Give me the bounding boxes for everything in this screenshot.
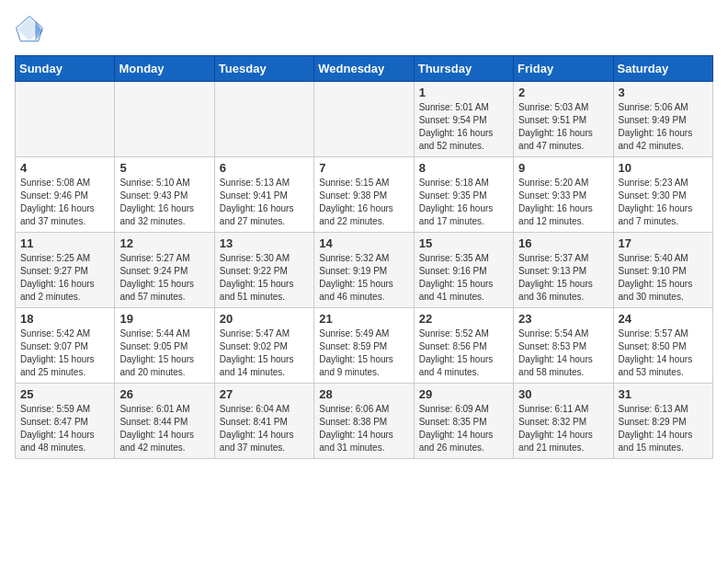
day-info: Sunrise: 5:30 AM Sunset: 9:22 PM Dayligh… xyxy=(220,252,309,304)
header-row: SundayMondayTuesdayWednesdayThursdayFrid… xyxy=(16,56,713,82)
day-number: 19 xyxy=(119,312,209,326)
day-info: Sunrise: 5:49 AM Sunset: 8:59 PM Dayligh… xyxy=(319,327,408,379)
calendar-cell: 29Sunrise: 6:09 AM Sunset: 8:35 PM Dayli… xyxy=(414,384,513,459)
day-info: Sunrise: 5:52 AM Sunset: 8:56 PM Dayligh… xyxy=(419,327,508,379)
day-info: Sunrise: 5:03 AM Sunset: 9:51 PM Dayligh… xyxy=(518,101,608,153)
day-number: 2 xyxy=(518,86,608,99)
header-day: Saturday xyxy=(613,56,712,82)
calendar-cell: 15Sunrise: 5:35 AM Sunset: 9:16 PM Dayli… xyxy=(414,233,513,308)
day-info: Sunrise: 5:18 AM Sunset: 9:35 PM Dayligh… xyxy=(419,177,508,228)
calendar-cell: 6Sunrise: 5:13 AM Sunset: 9:41 PM Daylig… xyxy=(214,157,313,233)
calendar-cell: 28Sunrise: 6:06 AM Sunset: 8:38 PM Dayli… xyxy=(314,384,414,459)
calendar-cell: 24Sunrise: 5:57 AM Sunset: 8:50 PM Dayli… xyxy=(613,308,712,384)
calendar-cell: 7Sunrise: 5:15 AM Sunset: 9:38 PM Daylig… xyxy=(314,157,414,233)
calendar-cell: 4Sunrise: 5:08 AM Sunset: 9:46 PM Daylig… xyxy=(16,157,115,233)
day-info: Sunrise: 5:47 AM Sunset: 9:02 PM Dayligh… xyxy=(220,327,309,379)
calendar-cell xyxy=(115,82,214,157)
day-info: Sunrise: 5:35 AM Sunset: 9:16 PM Dayligh… xyxy=(419,252,508,304)
day-number: 10 xyxy=(619,161,708,175)
day-number: 26 xyxy=(119,387,209,401)
calendar-cell: 22Sunrise: 5:52 AM Sunset: 8:56 PM Dayli… xyxy=(414,308,513,384)
header-day: Wednesday xyxy=(314,56,414,82)
day-number: 14 xyxy=(319,236,408,250)
day-info: Sunrise: 5:54 AM Sunset: 8:53 PM Dayligh… xyxy=(518,327,608,379)
day-info: Sunrise: 5:13 AM Sunset: 9:41 PM Dayligh… xyxy=(220,177,309,228)
calendar-cell: 13Sunrise: 5:30 AM Sunset: 9:22 PM Dayli… xyxy=(214,233,313,308)
header-day: Thursday xyxy=(414,56,513,82)
logo xyxy=(15,15,48,44)
day-number: 1 xyxy=(419,86,508,99)
calendar-cell: 16Sunrise: 5:37 AM Sunset: 9:13 PM Dayli… xyxy=(514,233,613,308)
day-info: Sunrise: 6:04 AM Sunset: 8:41 PM Dayligh… xyxy=(220,403,309,454)
page-header xyxy=(15,15,713,44)
day-number: 7 xyxy=(319,161,408,175)
calendar-cell: 18Sunrise: 5:42 AM Sunset: 9:07 PM Dayli… xyxy=(16,308,115,384)
day-info: Sunrise: 5:57 AM Sunset: 8:50 PM Dayligh… xyxy=(619,327,708,379)
calendar-cell xyxy=(16,82,115,157)
day-info: Sunrise: 5:10 AM Sunset: 9:43 PM Dayligh… xyxy=(119,177,209,228)
day-number: 5 xyxy=(119,161,209,175)
day-number: 18 xyxy=(20,312,109,326)
header-day: Sunday xyxy=(16,56,115,82)
day-info: Sunrise: 5:20 AM Sunset: 9:33 PM Dayligh… xyxy=(518,177,608,228)
calendar-week-row: 18Sunrise: 5:42 AM Sunset: 9:07 PM Dayli… xyxy=(16,308,713,384)
day-info: Sunrise: 6:13 AM Sunset: 8:29 PM Dayligh… xyxy=(619,403,708,454)
day-info: Sunrise: 6:06 AM Sunset: 8:38 PM Dayligh… xyxy=(319,403,408,454)
calendar-week-row: 4Sunrise: 5:08 AM Sunset: 9:46 PM Daylig… xyxy=(16,157,713,233)
day-number: 25 xyxy=(20,387,109,401)
calendar-header: SundayMondayTuesdayWednesdayThursdayFrid… xyxy=(16,56,713,82)
calendar-cell: 30Sunrise: 6:11 AM Sunset: 8:32 PM Dayli… xyxy=(514,384,613,459)
calendar-cell: 31Sunrise: 6:13 AM Sunset: 8:29 PM Dayli… xyxy=(613,384,712,459)
day-number: 17 xyxy=(619,236,708,250)
day-number: 29 xyxy=(419,387,508,401)
header-day: Monday xyxy=(115,56,214,82)
calendar-cell: 19Sunrise: 5:44 AM Sunset: 9:05 PM Dayli… xyxy=(115,308,214,384)
calendar-cell: 23Sunrise: 5:54 AM Sunset: 8:53 PM Dayli… xyxy=(514,308,613,384)
day-info: Sunrise: 5:44 AM Sunset: 9:05 PM Dayligh… xyxy=(119,327,209,379)
day-number: 11 xyxy=(20,236,109,250)
day-info: Sunrise: 6:11 AM Sunset: 8:32 PM Dayligh… xyxy=(518,403,608,454)
calendar-cell xyxy=(314,82,414,157)
day-number: 21 xyxy=(319,312,408,326)
calendar-week-row: 25Sunrise: 5:59 AM Sunset: 8:47 PM Dayli… xyxy=(16,384,713,459)
day-number: 4 xyxy=(20,161,109,175)
day-info: Sunrise: 5:15 AM Sunset: 9:38 PM Dayligh… xyxy=(319,177,408,228)
day-number: 23 xyxy=(518,312,608,326)
header-day: Tuesday xyxy=(214,56,313,82)
day-number: 9 xyxy=(518,161,608,175)
day-info: Sunrise: 5:08 AM Sunset: 9:46 PM Dayligh… xyxy=(20,177,109,228)
calendar-week-row: 1Sunrise: 5:01 AM Sunset: 9:54 PM Daylig… xyxy=(16,82,713,157)
calendar-cell: 26Sunrise: 6:01 AM Sunset: 8:44 PM Dayli… xyxy=(115,384,214,459)
day-number: 20 xyxy=(220,312,309,326)
calendar-cell: 21Sunrise: 5:49 AM Sunset: 8:59 PM Dayli… xyxy=(314,308,414,384)
calendar-cell: 8Sunrise: 5:18 AM Sunset: 9:35 PM Daylig… xyxy=(414,157,513,233)
day-info: Sunrise: 5:27 AM Sunset: 9:24 PM Dayligh… xyxy=(119,252,209,304)
day-info: Sunrise: 5:25 AM Sunset: 9:27 PM Dayligh… xyxy=(20,252,109,304)
calendar-cell xyxy=(214,82,313,157)
day-number: 28 xyxy=(319,387,408,401)
day-info: Sunrise: 5:59 AM Sunset: 8:47 PM Dayligh… xyxy=(20,403,109,454)
calendar-cell: 5Sunrise: 5:10 AM Sunset: 9:43 PM Daylig… xyxy=(115,157,214,233)
day-info: Sunrise: 5:01 AM Sunset: 9:54 PM Dayligh… xyxy=(419,101,508,153)
calendar-cell: 20Sunrise: 5:47 AM Sunset: 9:02 PM Dayli… xyxy=(214,308,313,384)
day-number: 6 xyxy=(220,161,309,175)
logo-icon xyxy=(15,15,44,44)
calendar-cell: 2Sunrise: 5:03 AM Sunset: 9:51 PM Daylig… xyxy=(514,82,613,157)
day-info: Sunrise: 5:42 AM Sunset: 9:07 PM Dayligh… xyxy=(20,327,109,379)
day-info: Sunrise: 5:37 AM Sunset: 9:13 PM Dayligh… xyxy=(518,252,608,304)
day-number: 30 xyxy=(518,387,608,401)
day-info: Sunrise: 5:06 AM Sunset: 9:49 PM Dayligh… xyxy=(619,101,708,153)
calendar-cell: 14Sunrise: 5:32 AM Sunset: 9:19 PM Dayli… xyxy=(314,233,414,308)
calendar-cell: 12Sunrise: 5:27 AM Sunset: 9:24 PM Dayli… xyxy=(115,233,214,308)
day-number: 27 xyxy=(220,387,309,401)
day-number: 13 xyxy=(220,236,309,250)
calendar-body: 1Sunrise: 5:01 AM Sunset: 9:54 PM Daylig… xyxy=(16,82,713,459)
day-number: 22 xyxy=(419,312,508,326)
calendar-week-row: 11Sunrise: 5:25 AM Sunset: 9:27 PM Dayli… xyxy=(16,233,713,308)
day-info: Sunrise: 5:32 AM Sunset: 9:19 PM Dayligh… xyxy=(319,252,408,304)
calendar-cell: 1Sunrise: 5:01 AM Sunset: 9:54 PM Daylig… xyxy=(414,82,513,157)
calendar-table: SundayMondayTuesdayWednesdayThursdayFrid… xyxy=(15,55,713,459)
day-number: 16 xyxy=(518,236,608,250)
day-number: 31 xyxy=(619,387,708,401)
header-day: Friday xyxy=(514,56,613,82)
